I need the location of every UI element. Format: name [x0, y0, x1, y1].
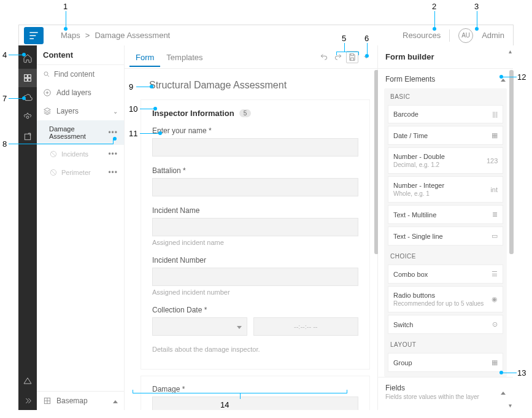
builder-scrollbar[interactable] — [509, 70, 514, 254]
element-group[interactable]: Group▦ — [388, 353, 503, 372]
svg-point-4 — [26, 116, 29, 118]
element-text-singleline[interactable]: Text - Single line▭ — [388, 226, 503, 246]
field-hint: Assigned incident name — [152, 239, 358, 246]
text-input[interactable] — [152, 218, 358, 236]
rail-home-icon[interactable] — [18, 49, 37, 68]
undo-button[interactable] — [318, 51, 330, 63]
text-input[interactable] — [152, 178, 358, 196]
layer-menu-icon[interactable]: ••• — [108, 150, 118, 158]
rail-settings-icon[interactable] — [18, 108, 37, 126]
disabled-icon — [49, 168, 58, 177]
group-helper: Details about the damage inspector. — [152, 346, 358, 353]
category-choice: CHOICE — [384, 248, 507, 262]
text-input[interactable] — [152, 397, 358, 410]
date-dropdown[interactable] — [152, 317, 247, 336]
topbar: Maps > Damage Assessment Resources AU Ad… — [18, 25, 514, 45]
breadcrumb-root[interactable]: Maps — [61, 31, 80, 40]
divider — [449, 29, 450, 42]
field-battalion[interactable]: Battalion * — [152, 166, 358, 196]
fields-title: Fields — [385, 384, 479, 392]
layer-label: Incidents — [61, 150, 88, 158]
field-label: Enter your name * — [152, 126, 358, 135]
singleline-icon: ▭ — [487, 232, 498, 240]
layer-item-damage-assessment[interactable]: Damage Assessment ••• — [37, 120, 124, 145]
add-layers-label: Add layers — [56, 88, 91, 97]
field-enter-name[interactable]: Enter your name * — [152, 126, 358, 157]
rail-content-icon[interactable] — [18, 69, 37, 87]
chevron-up-icon — [501, 75, 506, 83]
group-count-badge: 5 — [239, 109, 252, 117]
app-logo-icon[interactable] — [24, 27, 44, 44]
nav-rail — [18, 45, 37, 410]
scroll-down-arrow[interactable]: ▾ — [509, 402, 512, 409]
save-dropdown[interactable] — [360, 51, 372, 63]
time-input[interactable]: --:--:-- -- — [253, 317, 358, 336]
svg-rect-5 — [25, 134, 30, 139]
tab-templates[interactable]: Templates — [160, 47, 209, 67]
svg-point-6 — [44, 72, 48, 75]
avatar[interactable]: AU — [458, 28, 473, 43]
form-group-inspector[interactable]: Inspector Information 5 Enter your name … — [141, 99, 370, 370]
save-button[interactable] — [346, 51, 358, 63]
element-radio[interactable]: Radio buttonsRecommended for up to 5 val… — [388, 286, 503, 312]
field-label: Collection Date * — [152, 306, 358, 314]
rail-notify-icon[interactable] — [18, 372, 37, 390]
element-datetime[interactable]: Date / Time▦ — [388, 126, 503, 145]
text-input[interactable] — [152, 138, 358, 157]
form-elements-header[interactable]: Form Elements — [378, 69, 513, 88]
admin-label[interactable]: Admin — [482, 31, 504, 40]
form-elements-list: BASIC Barcode||| Date / Time▦ Number - D… — [384, 88, 507, 377]
category-basic: BASIC — [384, 88, 507, 103]
breadcrumb-leaf[interactable]: Damage Assessment — [94, 31, 170, 40]
fields-section[interactable]: Fields Fields store values within the la… — [378, 377, 513, 406]
barcode-icon: ||| — [487, 110, 498, 118]
layer-label: Perimeter — [61, 169, 91, 176]
plus-icon — [43, 88, 52, 97]
layer-item-perimeter[interactable]: Perimeter ••• — [37, 163, 124, 182]
form-group-damage[interactable]: Damage * — [141, 376, 370, 410]
form-title[interactable]: Structural Damage Assessment — [149, 80, 370, 91]
rail-share-icon[interactable] — [18, 128, 37, 146]
search-icon — [43, 70, 50, 79]
chevron-down-icon: ⌄ — [113, 108, 118, 115]
element-number-integer[interactable]: Number - IntegerWhole, e.g. 1int — [388, 176, 503, 203]
element-switch[interactable]: Switch⊙ — [388, 315, 503, 334]
integer-icon: int — [487, 186, 498, 193]
scroll-up-arrow[interactable]: ▴ — [509, 48, 512, 55]
layers-label: Layers — [56, 107, 79, 115]
group-title: Inspector Information — [152, 109, 234, 118]
layers-header[interactable]: Layers ⌄ — [37, 102, 124, 120]
element-number-double[interactable]: Number - DoubleDecimal, e.g. 1.2123 — [388, 147, 503, 174]
multiline-icon: ≣ — [487, 211, 498, 219]
switch-icon: ⊙ — [487, 320, 498, 328]
basemap-row[interactable]: Basemap — [37, 391, 124, 410]
calendar-icon: ▦ — [487, 131, 498, 139]
element-combobox[interactable]: Combo box☰ — [388, 265, 503, 284]
layer-menu-icon[interactable]: ••• — [108, 128, 118, 137]
field-collection-date[interactable]: Collection Date * --:--:-- -- — [152, 306, 358, 336]
svg-rect-1 — [28, 75, 31, 78]
tab-form[interactable]: Form — [129, 47, 160, 67]
layer-item-incidents[interactable]: Incidents ••• — [37, 145, 124, 163]
layer-label: Damage Assessment — [49, 125, 103, 140]
element-text-multiline[interactable]: Text - Multiline≣ — [388, 205, 503, 224]
redo-button[interactable] — [332, 51, 344, 63]
basemap-label: Basemap — [56, 397, 88, 405]
layer-menu-icon[interactable]: ••• — [108, 168, 118, 177]
form-elements-label: Form Elements — [385, 75, 435, 83]
rail-collapse-icon[interactable] — [18, 392, 37, 410]
rail-offline-icon[interactable] — [18, 88, 37, 107]
fields-subtitle: Fields store values within the layer — [385, 393, 479, 400]
add-layers-button[interactable]: Add layers — [37, 83, 124, 102]
field-incident-name[interactable]: Incident Name Assigned incident name — [152, 206, 358, 246]
resources-link[interactable]: Resources — [403, 31, 441, 40]
element-barcode[interactable]: Barcode||| — [388, 105, 503, 123]
number-icon: 123 — [487, 157, 498, 164]
field-incident-number[interactable]: Incident Number Assigned incident number — [152, 256, 358, 296]
field-label: Incident Name — [152, 206, 358, 215]
text-input[interactable] — [152, 268, 358, 286]
svg-rect-3 — [28, 79, 31, 82]
breadcrumb-separator: > — [85, 31, 90, 40]
svg-rect-2 — [25, 79, 28, 82]
search-input[interactable] — [54, 70, 118, 79]
